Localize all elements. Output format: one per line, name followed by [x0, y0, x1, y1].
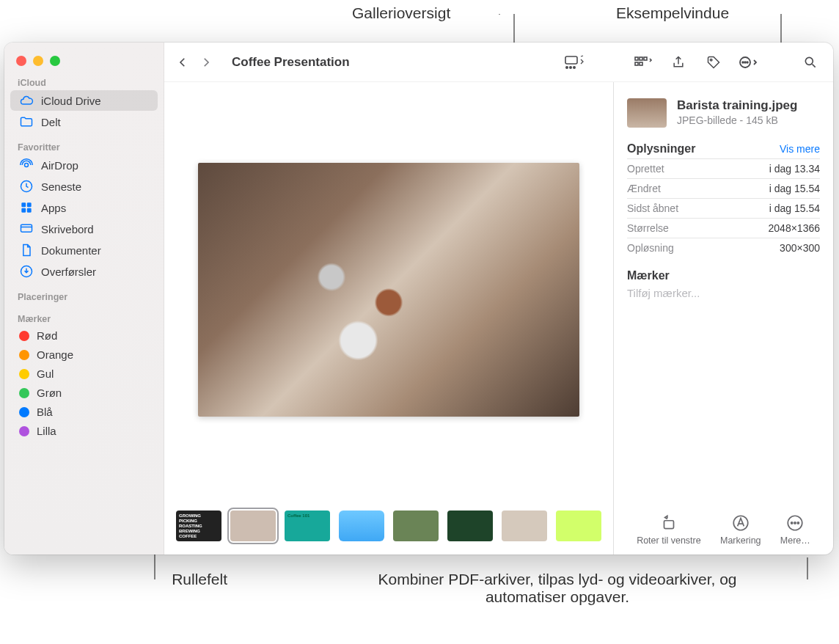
svg-point-9	[566, 66, 568, 67]
rotate-left-action[interactable]: Roter til venstre	[637, 513, 701, 546]
info-filename: Barista training.jpeg	[677, 98, 797, 113]
markup-action[interactable]: Markering	[720, 513, 761, 546]
tags-input[interactable]: Tilføj mærker...	[627, 287, 820, 299]
apps-icon	[19, 200, 34, 215]
thumbnail-7[interactable]	[556, 511, 601, 541]
sidebar-item-downloads[interactable]: Overførsler	[10, 261, 158, 282]
tag-dot-icon	[19, 388, 29, 398]
main-preview-image[interactable]	[198, 163, 579, 417]
more-button[interactable]	[738, 51, 760, 73]
callout-gallery: Gallerioversigt	[352, 4, 499, 22]
svg-rect-23	[664, 521, 673, 529]
section-maerker: Mærker	[4, 311, 164, 326]
close-button[interactable]	[16, 56, 26, 66]
thumbnail-5[interactable]	[447, 511, 493, 541]
zoom-button[interactable]	[50, 56, 60, 66]
thumbnail-strip: GROWING PICKING ROASTING BREWING COFFEEC…	[170, 511, 607, 547]
section-icloud: iCloud	[4, 75, 164, 89]
desktop-icon	[19, 222, 34, 236]
sidebar-item-shared[interactable]: Delt	[10, 111, 158, 132]
svg-point-11	[574, 66, 575, 67]
clock-icon	[19, 179, 34, 194]
cloud-icon	[19, 93, 34, 108]
svg-rect-8	[565, 56, 577, 64]
main-area: Coffee Presentation GROWING PICKING ROAS…	[164, 43, 833, 555]
svg-point-22	[805, 57, 813, 65]
sidebar-item-documents[interactable]: Dokumenter	[10, 240, 158, 260]
tag-dot-icon	[19, 426, 29, 436]
info-filemeta: JPEG-billede - 145 kB	[677, 114, 797, 126]
svg-rect-5	[27, 208, 32, 213]
download-icon	[19, 264, 34, 279]
group-button[interactable]	[632, 51, 654, 73]
svg-point-20	[744, 62, 746, 63]
svg-point-27	[794, 522, 796, 524]
svg-rect-12	[635, 57, 638, 60]
info-row: Størrelse2048×1366	[627, 218, 820, 238]
tags-heading: Mærker	[627, 269, 820, 282]
gallery-view-button[interactable]	[563, 51, 585, 73]
svg-rect-2	[21, 202, 26, 207]
callout-example: Eksempelvindue	[616, 4, 777, 22]
info-row: Opretteti dag 13.34	[627, 158, 820, 178]
finder-window: iCloud iCloud Drive Delt Favoritter AirD…	[4, 43, 833, 555]
svg-point-0	[25, 164, 29, 167]
show-more-link[interactable]: Vis mere	[780, 143, 820, 155]
sidebar-item-apps[interactable]: Apps	[10, 197, 158, 218]
toolbar: Coffee Presentation	[164, 43, 833, 82]
svg-rect-6	[21, 224, 32, 232]
sidebar-item-recents[interactable]: Seneste	[10, 176, 158, 197]
callout-combine: Kombiner PDF-arkiver, tilpas lyd- og vid…	[352, 571, 763, 606]
section-favoritter: Favoritter	[4, 139, 164, 154]
share-button[interactable]	[667, 51, 689, 73]
search-button[interactable]	[799, 51, 821, 73]
forward-button[interactable]	[195, 51, 217, 73]
sidebar-tag-lilla[interactable]: Lilla	[10, 422, 158, 440]
sidebar-tag-gul[interactable]: Gul	[10, 365, 158, 383]
thumbnail-1[interactable]	[230, 511, 276, 541]
tag-dot-icon	[19, 350, 29, 360]
airdrop-icon	[19, 158, 34, 172]
svg-rect-4	[21, 208, 26, 213]
thumbnail-2[interactable]: Coffee 101	[285, 511, 330, 541]
svg-point-21	[747, 62, 748, 63]
sidebar-item-airdrop[interactable]: AirDrop	[10, 155, 158, 175]
sidebar-tag-orange[interactable]: Orange	[10, 345, 158, 364]
info-section-title: Oplysninger	[627, 142, 695, 155]
info-panel: Barista training.jpeg JPEG-billede - 145…	[613, 82, 833, 555]
window-controls	[4, 51, 164, 75]
sidebar-item-icloud-drive[interactable]: iCloud Drive	[10, 90, 158, 111]
thumbnail-6[interactable]	[502, 511, 547, 541]
svg-rect-16	[640, 62, 642, 65]
callout-scroll: Rullefelt	[110, 571, 227, 588]
sidebar: iCloud iCloud Drive Delt Favoritter AirD…	[4, 43, 164, 555]
tag-dot-icon	[19, 407, 29, 417]
thumbnail-3[interactable]	[339, 511, 384, 541]
minimize-button[interactable]	[33, 56, 43, 66]
svg-rect-13	[640, 57, 642, 60]
gallery-area: GROWING PICKING ROASTING BREWING COFFEEC…	[164, 82, 613, 555]
sidebar-tag-grøn[interactable]: Grøn	[10, 384, 158, 402]
info-row: Sidst åbneti dag 15.54	[627, 198, 820, 218]
back-button[interactable]	[172, 51, 194, 73]
info-row: Ændreti dag 15.54	[627, 178, 820, 198]
svg-point-26	[791, 522, 793, 524]
thumbnail-4[interactable]	[393, 511, 439, 541]
svg-point-17	[710, 59, 712, 61]
sidebar-tag-blå[interactable]: Blå	[10, 403, 158, 421]
svg-rect-15	[635, 62, 638, 65]
svg-point-19	[742, 62, 744, 63]
tag-button[interactable]	[703, 51, 725, 73]
svg-point-10	[570, 66, 571, 67]
svg-rect-3	[27, 202, 32, 207]
folder-shared-icon	[19, 114, 34, 129]
thumbnail-0[interactable]: GROWING PICKING ROASTING BREWING COFFEE	[176, 511, 221, 541]
sidebar-tag-rød[interactable]: Rød	[10, 326, 158, 345]
more-action[interactable]: Mere…	[780, 513, 810, 546]
svg-rect-14	[644, 57, 647, 60]
tag-dot-icon	[19, 331, 29, 341]
section-placeringer: Placeringer	[4, 289, 164, 304]
tag-dot-icon	[19, 369, 29, 379]
sidebar-item-desktop[interactable]: Skrivebord	[10, 219, 158, 239]
document-icon	[19, 243, 34, 257]
